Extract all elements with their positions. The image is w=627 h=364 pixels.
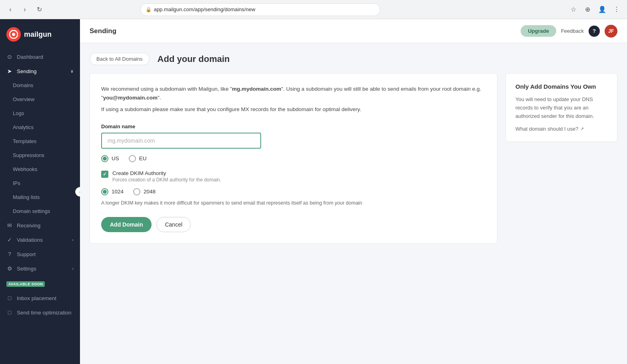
header-title: Sending [90, 27, 521, 35]
dkim-2048-radio[interactable] [133, 188, 140, 195]
region-eu-radio[interactable] [129, 155, 136, 162]
help-button[interactable]: ? [589, 26, 600, 37]
bookmark-button[interactable]: ☆ [568, 4, 579, 15]
what-domain-link[interactable]: What domain should I use? ↗ [515, 126, 607, 132]
domain-name-section: Domain name [101, 123, 486, 149]
side-card-title: Only Add Domains You Own [515, 83, 607, 90]
domain-name-label: Domain name [101, 123, 486, 129]
feedback-button[interactable]: Feedback [561, 28, 584, 34]
browser-chrome: ‹ › ↻ 🔒 app.mailgun.com/app/sending/doma… [0, 0, 627, 19]
dkim-checkbox-title: Create DKIM Authority [112, 170, 221, 176]
sidebar-item-webhooks[interactable]: Webhooks [0, 162, 80, 176]
sidebar-item-receiving[interactable]: ✉ Receiving [0, 218, 80, 233]
sidebar-item-domains[interactable]: Domains [0, 78, 80, 92]
translate-button[interactable]: ⊕ [582, 4, 593, 15]
header-actions: Upgrade Feedback ? JF [521, 25, 617, 38]
sidebar-item-inbox-placement[interactable]: □ Inbox placement [0, 291, 80, 305]
side-card-link-label: What domain should I use? [515, 126, 579, 132]
sidebar: mailgun ‹ ⊙ Dashboard ➤ Sending ∨ Domain… [0, 19, 80, 364]
lock-icon: 🔒 [146, 7, 152, 12]
add-domain-form-card: We recommend using a subdomain with Mail… [90, 73, 497, 244]
validations-icon: ✓ [6, 237, 13, 243]
sidebar-item-label: Send time optimization [17, 310, 72, 316]
sidebar-item-label: Webhooks [13, 166, 37, 172]
sidebar-item-support[interactable]: ? Support [0, 247, 80, 261]
page-title: Add your domain [158, 54, 230, 64]
upgrade-button[interactable]: Upgrade [521, 25, 556, 37]
info-text-mx-records: If using a subdomain please make sure th… [101, 105, 486, 114]
back-to-all-domains-button[interactable]: Back to All Domains [90, 53, 150, 65]
domain-name-input[interactable] [101, 133, 261, 149]
highlight-email: you@mydomain.com [103, 95, 158, 101]
send-time-icon: □ [6, 309, 13, 316]
form-actions: Add Domain Cancel [101, 217, 486, 232]
browser-refresh-button[interactable]: ↻ [34, 4, 45, 15]
sidebar-item-templates[interactable]: Templates [0, 134, 80, 148]
page-title-row: Back to All Domains Add your domain [90, 53, 617, 65]
page-content: Back to All Domains Add your domain We r… [80, 43, 627, 364]
region-eu-label: EU [139, 155, 147, 161]
sidebar-item-label: Settings [17, 266, 36, 272]
sidebar-item-send-time[interactable]: □ Send time optimization [0, 305, 80, 320]
cancel-button[interactable]: Cancel [156, 217, 191, 232]
sidebar-item-ips[interactable]: IPs [0, 176, 80, 190]
sidebar-item-logs[interactable]: Logs [0, 106, 80, 120]
available-soon-section: AVAILABLE SOON [0, 276, 80, 291]
checkmark-icon: ✓ [103, 171, 107, 177]
highlight-mg-domain: mg.mydomain.com [232, 86, 281, 92]
sidebar-item-label: Validations [17, 237, 43, 243]
dkim-2048-option[interactable]: 2048 [133, 188, 156, 195]
region-us-radio[interactable] [101, 155, 108, 162]
user-avatar[interactable]: JF [605, 25, 617, 38]
sidebar-item-label: Domains [13, 82, 33, 88]
region-eu-option[interactable]: EU [129, 155, 147, 162]
region-radio-group: US EU [101, 155, 486, 162]
dkim-1024-option[interactable]: 1024 [101, 188, 124, 195]
chevron-down-icon: ∨ [70, 69, 74, 74]
sidebar-item-label: Inbox placement [17, 295, 56, 301]
address-bar[interactable]: 🔒 app.mailgun.com/app/sending/domains/ne… [140, 3, 380, 16]
add-domain-button[interactable]: Add Domain [101, 217, 152, 232]
dkim-checkbox-text: Create DKIM Authority Forces creation of… [112, 170, 221, 183]
region-us-label: US [112, 155, 119, 161]
dkim-checkbox-row: ✓ Create DKIM Authority Forces creation … [101, 170, 486, 183]
sidebar-item-label: Sending [17, 68, 37, 74]
sidebar-item-label: Dashboard [17, 54, 43, 60]
dkim-checkbox[interactable]: ✓ [101, 171, 108, 178]
dkim-key-size-group: 1024 2048 [101, 188, 486, 195]
available-soon-badge: AVAILABLE SOON [6, 281, 45, 287]
sidebar-item-label: Receiving [17, 223, 40, 229]
menu-button[interactable]: ⋮ [611, 4, 622, 15]
sidebar-item-analytics[interactable]: Analytics [0, 120, 80, 134]
browser-back-button[interactable]: ‹ [5, 4, 16, 15]
inbox-icon: □ [6, 295, 13, 301]
external-link-icon: ↗ [580, 126, 584, 131]
top-header: Sending Upgrade Feedback ? JF [80, 19, 627, 43]
sending-submenu: Domains Overview Logs Analytics Template… [0, 78, 80, 218]
region-us-option[interactable]: US [101, 155, 119, 162]
sidebar-item-dashboard[interactable]: ⊙ Dashboard [0, 50, 80, 64]
sidebar-item-label: Support [17, 251, 36, 257]
sidebar-navigation: ⊙ Dashboard ➤ Sending ∨ Domains Overview… [0, 50, 80, 364]
chevron-right-icon: › [72, 266, 74, 271]
side-card-text: You will need to update your DNS records… [515, 95, 607, 120]
sidebar-logo: mailgun [0, 19, 80, 50]
sidebar-item-sending[interactable]: ➤ Sending ∨ [0, 64, 80, 78]
profile-button[interactable]: 👤 [597, 4, 608, 15]
sidebar-item-overview[interactable]: Overview [0, 92, 80, 106]
sidebar-item-label: IPs [13, 180, 20, 186]
dkim-2048-label: 2048 [144, 189, 156, 195]
sidebar-item-domain-settings[interactable]: Domain settings [0, 204, 80, 218]
dkim-1024-radio[interactable] [101, 188, 108, 195]
info-text-recommendation: We recommend using a subdomain with Mail… [101, 85, 486, 102]
sidebar-item-mailing-lists[interactable]: Mailing lists [0, 190, 80, 204]
sidebar-item-settings[interactable]: ⚙ Settings › [0, 261, 80, 276]
sidebar-item-label: Analytics [13, 124, 34, 130]
sidebar-item-validations[interactable]: ✓ Validations › [0, 233, 80, 247]
sidebar-item-suppressions[interactable]: Suppressions [0, 148, 80, 162]
browser-forward-button[interactable]: › [19, 4, 30, 15]
sidebar-item-label: Logs [13, 110, 24, 116]
sidebar-item-label: Templates [13, 138, 36, 144]
dashboard-icon: ⊙ [6, 54, 13, 60]
dkim-1024-label: 1024 [112, 189, 124, 195]
